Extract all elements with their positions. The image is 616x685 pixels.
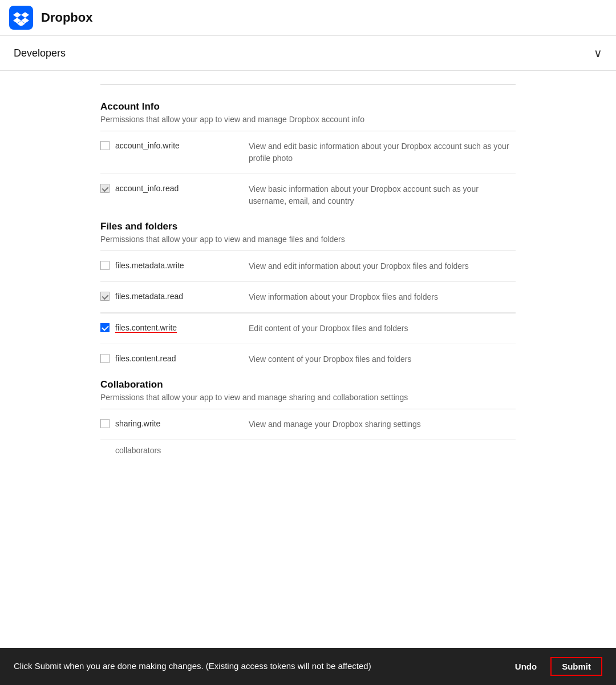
top-divider [100, 84, 516, 85]
checkbox-area-account-info-read: account_info.read [100, 183, 249, 195]
permission-row-files-content-read: files.content.read View content of your … [100, 344, 516, 374]
chevron-down-icon: ∨ [594, 46, 602, 60]
checkbox-sharing-write[interactable] [100, 419, 110, 428]
svg-marker-0 [13, 12, 21, 18]
section-title-account-info: Account Info [100, 101, 516, 112]
checkbox-files-metadata-read[interactable] [100, 292, 110, 301]
main-content: Account Info Permissions that allow your… [91, 71, 525, 523]
perm-desc-files-metadata-write: View and edit information about your Dro… [249, 260, 516, 272]
perm-desc-account-info-read: View basic information about your Dropbo… [249, 183, 516, 207]
nav-label: Developers [14, 47, 66, 59]
perm-desc-files-content-read: View content of your Dropbox files and f… [249, 353, 516, 365]
permission-row-files-metadata-read: files.metadata.read View information abo… [100, 282, 516, 313]
checkbox-area-files-metadata-write: files.metadata.write [100, 260, 249, 272]
checkbox-files-content-read[interactable] [100, 354, 110, 363]
section-desc-collaboration: Permissions that allow your app to view … [100, 393, 516, 402]
permission-row-files-content-write: files.content.write Edit content of your… [100, 313, 516, 344]
section-account-info: Account Info Permissions that allow your… [100, 101, 516, 216]
checkbox-area-account-info-write: account_info.write [100, 140, 249, 152]
checkbox-files-content-write[interactable] [100, 323, 110, 332]
nav-bar[interactable]: Developers ∨ [0, 36, 616, 71]
checkbox-area-sharing-write: sharing.write [100, 418, 249, 430]
perm-name-files-metadata-write: files.metadata.write [115, 260, 184, 272]
section-desc-account-info: Permissions that allow your app to view … [100, 115, 516, 124]
partial-collaborators-text: collaborators [100, 440, 516, 455]
permission-row-files-metadata-write: files.metadata.write View and edit infor… [100, 251, 516, 282]
checkbox-area-files-content-read: files.content.read [100, 353, 249, 365]
checkbox-area-files-metadata-read: files.metadata.read [100, 291, 249, 303]
app-title: Dropbox [41, 10, 92, 25]
dropbox-logo [9, 6, 33, 30]
perm-desc-files-content-write: Edit content of your Dropbox files and f… [249, 323, 516, 335]
app-header: Dropbox [0, 0, 616, 36]
section-collaboration: Collaboration Permissions that allow you… [100, 379, 516, 455]
checkbox-files-metadata-write[interactable] [100, 261, 110, 270]
section-desc-files-folders: Permissions that allow your app to view … [100, 235, 516, 244]
perm-desc-files-metadata-read: View information about your Dropbox file… [249, 291, 516, 303]
checkbox-area-files-content-write: files.content.write [100, 323, 249, 334]
permission-row-account-info-read: account_info.read View basic information… [100, 174, 516, 216]
checkbox-account-info-write[interactable] [100, 141, 110, 150]
perm-desc-sharing-write: View and manage your Dropbox sharing set… [249, 418, 516, 430]
perm-name-sharing-write: sharing.write [115, 418, 160, 430]
section-title-collaboration: Collaboration [100, 379, 516, 390]
perm-name-files-content-write: files.content.write [115, 323, 177, 334]
permission-row-account-info-write: account_info.write View and edit basic i… [100, 131, 516, 174]
perm-desc-account-info-write: View and edit basic information about yo… [249, 140, 516, 164]
checkbox-account-info-read[interactable] [100, 184, 110, 193]
perm-name-files-content-read: files.content.read [115, 353, 176, 365]
perm-name-files-metadata-read: files.metadata.read [115, 291, 183, 303]
section-title-files-folders: Files and folders [100, 221, 516, 232]
perm-name-account-info-read: account_info.read [115, 183, 179, 195]
permission-row-sharing-write: sharing.write View and manage your Dropb… [100, 409, 516, 440]
perm-name-account-info-write: account_info.write [115, 140, 180, 152]
svg-marker-1 [21, 12, 29, 18]
section-files-folders: Files and folders Permissions that allow… [100, 221, 516, 374]
